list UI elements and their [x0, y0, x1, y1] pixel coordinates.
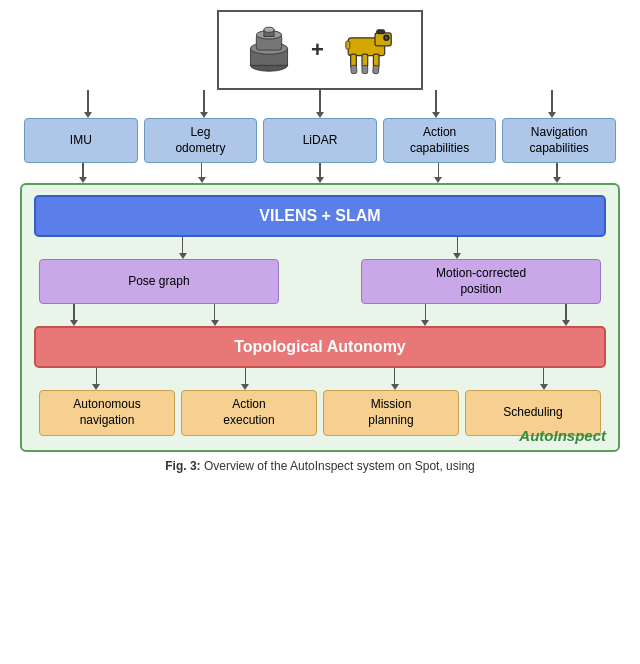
- svg-point-10: [385, 36, 388, 39]
- lidar-icon: [239, 23, 299, 78]
- vilens-slam-box: VILENS + SLAM: [34, 195, 606, 237]
- plus-icon: +: [311, 37, 324, 63]
- sensor-lidar: LiDAR: [263, 118, 377, 163]
- mission-planning-box: Missionplanning: [323, 390, 459, 435]
- svg-rect-13: [351, 65, 357, 74]
- diagram: + IMU: [20, 10, 620, 452]
- svg-rect-17: [373, 65, 379, 74]
- sensor-to-green-arrows: [20, 163, 620, 183]
- robot-to-sensor-arrows: [20, 90, 620, 118]
- sensor-imu: IMU: [24, 118, 138, 163]
- to-topo-arrows: [34, 304, 606, 326]
- sensor-action-capabilities: Actioncapabilities: [383, 118, 497, 163]
- robot-image-box: +: [217, 10, 423, 90]
- topological-autonomy-box: Topological Autonomy: [34, 326, 606, 368]
- svg-point-6: [264, 27, 274, 32]
- pose-graph-box: Pose graph: [39, 259, 279, 304]
- vilens-to-pose-arrows: [34, 237, 606, 259]
- autonomous-navigation-box: Autonomousnavigation: [39, 390, 175, 435]
- robot-dog-icon: [336, 20, 401, 80]
- caption-bold: Fig. 3:: [165, 459, 200, 473]
- figure-caption: Fig. 3: Overview of the AutoInspect syst…: [0, 458, 640, 475]
- autoinspect-label: AutoInspect: [519, 427, 606, 444]
- pose-motion-row: Pose graph Motion-correctedposition: [34, 259, 606, 304]
- sensor-navigation-capabilities: Navigationcapabilities: [502, 118, 616, 163]
- green-system-box: VILENS + SLAM Pose graph Motion-correcte…: [20, 183, 620, 451]
- motion-corrected-box: Motion-correctedposition: [361, 259, 601, 304]
- topo-to-bottom-arrows: [34, 368, 606, 390]
- caption-text: Overview of the AutoInspect system on Sp…: [204, 459, 475, 473]
- svg-rect-11: [377, 30, 385, 34]
- svg-rect-15: [362, 65, 368, 73]
- sensor-row: IMU Legodometry LiDAR Actioncapabilities…: [20, 118, 620, 163]
- action-execution-box: Actionexecution: [181, 390, 317, 435]
- sensor-leg-odometry: Legodometry: [144, 118, 258, 163]
- svg-rect-18: [346, 41, 350, 49]
